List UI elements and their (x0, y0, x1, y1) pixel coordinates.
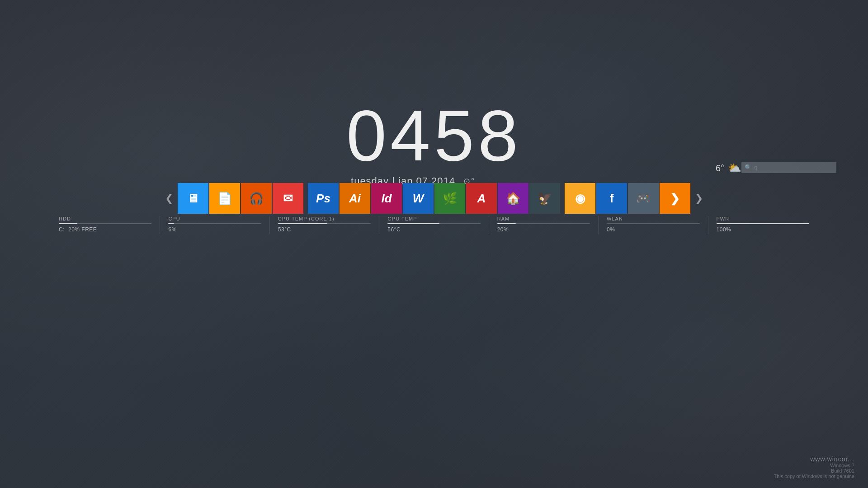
stat-bar-track-pwr (717, 223, 809, 224)
stat-val-row-gpu_temp: 56°C (387, 226, 480, 233)
app-icon-facebook[interactable]: f (596, 183, 627, 214)
stat-val-row-pwr: 100% (717, 226, 809, 233)
stat-group-pwr: PWR100% (717, 216, 809, 233)
watermark: www.wincor... Windows 7 Build 7601 This … (774, 455, 854, 479)
stat-value-hdd: 20% FREE (68, 226, 97, 233)
app-icon-inner-homepanel: 🏠 (498, 183, 528, 214)
stat-val-row-cpu_temp: 53°C (278, 226, 371, 233)
stat-divider (489, 216, 489, 234)
stat-label-ram: RAM (497, 216, 590, 221)
stat-label-cpu_temp: CPU TEMP (CORE 1) (278, 216, 371, 221)
stat-sub-label-hdd: C: (59, 226, 65, 233)
app-icon-app12[interactable]: 🦅 (529, 183, 561, 214)
app-icon-headphones[interactable]: 🎧 (241, 183, 272, 214)
app-icon-more[interactable]: ❯ (659, 183, 691, 214)
stat-bar-track-cpu_temp (278, 223, 371, 224)
stat-value-gpu_temp: 56°C (387, 226, 401, 233)
stat-value-cpu: 6% (168, 226, 176, 233)
app-icon-game[interactable]: 🌿 (434, 183, 466, 214)
stat-value-ram: 20% (497, 226, 509, 233)
app-icon-inner-typer: A (466, 183, 497, 214)
stat-bar-fill-pwr (717, 223, 809, 224)
stat-val-row-ram: 20% (497, 226, 590, 233)
stat-val-row-hdd: C:20% FREE (59, 226, 151, 233)
app-icon-inner-word: W (403, 183, 434, 214)
stat-bar-fill-cpu (168, 223, 174, 224)
stat-group-wlan: WLAN0% (607, 216, 699, 233)
background (0, 0, 868, 488)
prev-arrow[interactable]: ❮ (161, 183, 177, 214)
stat-group-ram: RAM20% (497, 216, 590, 233)
stat-label-pwr: PWR (717, 216, 809, 221)
apps-list: 🖥📄🎧✉PsAiIdW🌿A🏠🦅◉f🎮❯ (177, 183, 691, 214)
watermark-genuine: This copy of Windows is not genuine (774, 474, 854, 479)
stat-bar-fill-cpu_temp (278, 223, 327, 224)
stat-divider (708, 216, 708, 234)
stat-group-cpu: CPU6% (168, 216, 261, 233)
stat-label-wlan: WLAN (607, 216, 699, 221)
apps-bar: ❮ 🖥📄🎧✉PsAiIdW🌿A🏠🦅◉f🎮❯ ❯ (0, 183, 868, 214)
weather-icon: ⛅ (728, 162, 741, 174)
watermark-site: www.wincor... (774, 455, 854, 463)
center-panel: 0458 tuesday | jan 07 2014 ⊙ ° (346, 99, 522, 187)
app-icon-inner-indesign: Id (371, 183, 402, 214)
search-input[interactable] (741, 162, 836, 173)
clock-display: 0458 (346, 99, 522, 172)
app-icon-inner-facebook: f (596, 183, 627, 214)
stat-group-gpu_temp: GPU TEMP56°C (387, 216, 480, 233)
stat-label-cpu: CPU (168, 216, 261, 221)
stat-divider (269, 216, 270, 234)
watermark-os: Windows 7 (774, 463, 854, 468)
weather-temp: 6° (716, 163, 724, 174)
stat-divider (160, 216, 160, 234)
stat-bar-track-gpu_temp (387, 223, 480, 224)
weather-widget: 6° ⛅ (716, 162, 741, 174)
app-icon-inner-illustrator: Ai (340, 183, 370, 214)
stat-val-row-cpu: 6% (168, 226, 261, 233)
stat-bar-track-hdd (59, 223, 151, 224)
app-icon-steam[interactable]: 🎮 (627, 183, 659, 214)
app-icon-gmail[interactable]: ✉ (272, 183, 304, 214)
app-icon-inner-notepad: 📄 (209, 183, 240, 214)
app-icon-typer[interactable]: A (466, 183, 497, 214)
app-icon-homepanel[interactable]: 🏠 (497, 183, 529, 214)
app-icon-inner-computer: 🖥 (178, 183, 208, 214)
search-container: 🔍 (741, 162, 836, 173)
app-icon-word[interactable]: W (402, 183, 434, 214)
next-arrow[interactable]: ❯ (691, 183, 707, 214)
stat-divider (598, 216, 599, 234)
stat-value-wlan: 0% (607, 226, 615, 233)
stat-group-cpu_temp: CPU TEMP (CORE 1)53°C (278, 216, 371, 233)
stats-bar: HDDC:20% FREECPU6%CPU TEMP (CORE 1)53°CG… (59, 216, 809, 234)
app-icon-indesign[interactable]: Id (371, 183, 402, 214)
app-icon-inner-more: ❯ (660, 183, 690, 214)
stat-label-gpu_temp: GPU TEMP (387, 216, 480, 221)
app-icon-inner-headphones: 🎧 (241, 183, 272, 214)
app-icon-inner-steam: 🎮 (628, 183, 659, 214)
stat-bar-fill-ram (497, 223, 516, 224)
stat-label-hdd: HDD (59, 216, 151, 221)
app-group-divider (304, 183, 307, 214)
stat-value-cpu_temp: 53°C (278, 226, 291, 233)
app-icon-inner-gmail: ✉ (273, 183, 303, 214)
search-box: 🔍 (741, 162, 836, 173)
app-icon-chrome[interactable]: ◉ (564, 183, 596, 214)
stat-divider (379, 216, 379, 234)
watermark-build: Build 7601 (774, 468, 854, 474)
app-group-divider (561, 183, 564, 214)
app-icon-computer[interactable]: 🖥 (177, 183, 209, 214)
app-icon-inner-photoshop: Ps (308, 183, 339, 214)
stat-val-row-wlan: 0% (607, 226, 699, 233)
stat-bar-track-cpu (168, 223, 261, 224)
stat-bar-track-wlan (607, 223, 699, 224)
app-icon-inner-app12: 🦅 (529, 183, 560, 214)
stat-group-hdd: HDDC:20% FREE (59, 216, 151, 233)
stat-value-pwr: 100% (717, 226, 731, 233)
stat-bar-fill-gpu_temp (387, 223, 439, 224)
app-icon-notepad[interactable]: 📄 (209, 183, 241, 214)
stat-bar-track-ram (497, 223, 590, 224)
app-icon-illustrator[interactable]: Ai (339, 183, 371, 214)
app-icon-inner-game: 🌿 (434, 183, 465, 214)
app-icon-photoshop[interactable]: Ps (307, 183, 339, 214)
app-icon-inner-chrome: ◉ (565, 183, 595, 214)
